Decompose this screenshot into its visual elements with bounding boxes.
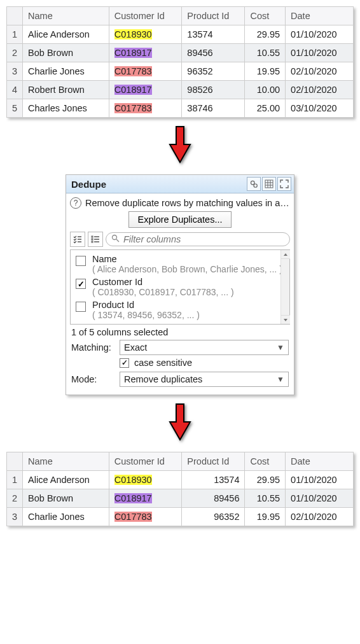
column-option[interactable]: ✓Customer Id( C018930, C018917, C017783,… [71,276,289,298]
column-name: Name [92,254,117,264]
row-number: 3 [7,508,23,526]
svg-point-0 [251,181,254,185]
panel-titlebar: Dedupe [66,175,294,193]
cell-date: 02/10/2020 [286,508,354,526]
cell-name: Bob Brown [23,44,109,62]
svg-rect-2 [265,180,273,188]
table-row[interactable]: 2Bob BrownC0189178945610.5501/10/2020 [7,489,354,508]
cell-cost: 19.95 [245,62,286,81]
matching-dropdown[interactable]: Exact ▼ [120,340,289,355]
case-sensitive-label: case sensitive [134,358,192,368]
grid-icon[interactable] [262,177,276,191]
cell-date: 02/10/2020 [286,81,354,99]
dropdown-value: Remove duplicates [124,374,202,384]
panel-description: Remove duplicate rows by matching values… [85,198,290,208]
col-header[interactable]: Cost [245,452,286,471]
cell-customer-id: C018930 [109,471,182,489]
cell-customer-id: C018917 [109,81,182,99]
table-row[interactable]: 5Charles JonesC0177833874625.0003/10/202… [7,99,354,118]
column-checkbox[interactable] [76,256,86,266]
cell-name: Robert Brown [23,81,109,99]
cell-product-id: 96352 [182,62,245,81]
case-sensitive-checkbox[interactable]: ✓ [120,358,129,368]
dropdown-value: Exact [124,342,147,353]
row-number: 5 [7,99,23,118]
cell-date: 01/10/2020 [286,489,354,508]
col-header[interactable]: Customer Id [109,7,182,25]
scroll-down-icon[interactable] [281,315,290,324]
row-header-blank [7,452,23,471]
column-checkbox[interactable] [76,302,86,312]
table-row[interactable]: 2Bob BrownC0189178945610.5501/10/2020 [7,44,354,62]
col-header[interactable]: Date [286,452,354,471]
row-number: 3 [7,62,23,81]
row-header-blank [7,7,23,25]
cell-date: 02/10/2020 [286,62,354,81]
cell-customer-id: C017783 [109,99,182,118]
cell-name: Charles Jones [23,99,109,118]
col-header[interactable]: Name [23,7,109,25]
svg-rect-12 [92,241,93,242]
column-option[interactable]: Name( Alice Anderson, Bob Brown, Charlie… [71,253,289,276]
list-icon[interactable] [88,232,103,247]
cell-product-id: 89456 [182,489,245,508]
column-name: Product Id [92,300,134,310]
cell-product-id: 98526 [182,81,245,99]
col-header[interactable]: Name [23,452,109,471]
cell-cost: 29.95 [245,25,286,44]
column-name: Customer Id [92,277,142,287]
cell-product-id: 38746 [182,99,245,118]
cell-customer-id: C018930 [109,25,182,44]
col-header[interactable]: Cost [245,7,286,25]
cell-name: Alice Anderson [23,25,109,44]
table-row[interactable]: 3Charlie JonesC0177839635219.9502/10/202… [7,508,354,526]
scrollbar[interactable] [280,250,289,324]
svg-point-1 [254,184,257,187]
table-row[interactable]: 4Robert BrownC0189179852610.0002/10/2020 [7,81,354,99]
output-table: Name Customer Id Product Id Cost Date 1A… [6,452,354,526]
cell-customer-id: C017783 [109,62,182,81]
cell-name: Charlie Jones [23,508,109,526]
cell-date: 01/10/2020 [286,471,354,489]
explore-duplicates-button[interactable]: Explore Duplicates... [128,211,232,228]
row-number: 1 [7,471,23,489]
mode-dropdown[interactable]: Remove duplicates ▼ [120,372,289,387]
matching-label: Matching: [71,342,116,353]
svg-line-17 [116,239,119,242]
filter-columns-input[interactable] [106,232,290,246]
table-row[interactable]: 1Alice AndersonC0189301357429.9501/10/20… [7,471,354,489]
column-list: Name( Alice Anderson, Bob Brown, Charlie… [70,249,290,325]
scroll-up-icon[interactable] [281,250,290,259]
table-row[interactable]: 1Alice AndersonC0189301357429.9501/10/20… [7,25,354,44]
cell-customer-id: C018917 [109,44,182,62]
cell-date: 03/10/2020 [286,99,354,118]
selection-count: 1 of 5 columns selected [71,327,289,337]
cell-cost: 19.95 [245,508,286,526]
chevron-down-icon: ▼ [277,343,284,352]
col-header[interactable]: Customer Id [109,452,182,471]
cell-product-id: 13574 [182,471,245,489]
gear-icon[interactable] [247,177,261,191]
checklist-icon[interactable] [70,232,85,247]
row-number: 2 [7,489,23,508]
cell-product-id: 96352 [182,508,245,526]
cell-name: Charlie Jones [23,62,109,81]
help-icon[interactable]: ? [70,197,81,209]
column-checkbox[interactable]: ✓ [76,279,86,289]
col-header[interactable]: Date [286,7,354,25]
expand-icon[interactable] [277,177,291,191]
cell-date: 01/10/2020 [286,44,354,62]
cell-name: Alice Anderson [23,471,109,489]
cell-date: 01/10/2020 [286,25,354,44]
col-header[interactable]: Product Id [182,452,245,471]
filter-input[interactable] [122,234,284,245]
table-row[interactable]: 3Charlie JonesC0177839635219.9502/10/202… [7,62,354,81]
row-number: 1 [7,25,23,44]
svg-rect-11 [92,239,93,240]
column-option[interactable]: Product Id( 13574, 89456, 96352, ... ) [71,298,289,321]
search-icon [111,234,120,244]
svg-rect-10 [92,236,93,237]
cell-product-id: 89456 [182,44,245,62]
col-header[interactable]: Product Id [182,7,245,25]
row-number: 4 [7,81,23,99]
